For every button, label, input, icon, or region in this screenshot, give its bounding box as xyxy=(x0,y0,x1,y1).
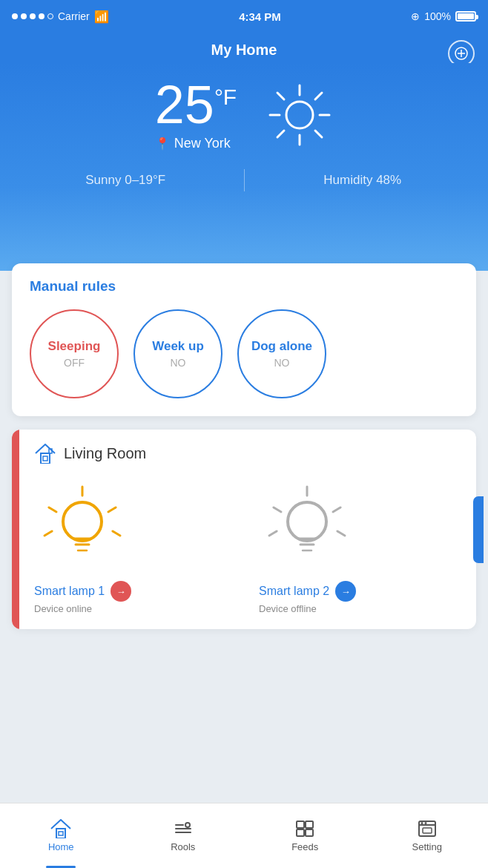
arrow-right2-icon: → xyxy=(341,586,351,597)
nav-item-home[interactable]: Home xyxy=(0,803,122,868)
device2-status: Device offline xyxy=(259,603,356,614)
svg-rect-42 xyxy=(306,829,313,836)
nav-item-setting[interactable]: Setting xyxy=(366,803,489,868)
rule-weekup-name: Week up xyxy=(152,339,204,354)
rule-sleeping-button[interactable]: Sleeping OFF xyxy=(30,309,119,398)
weather-temp-block: 25°F 📍 New York xyxy=(155,78,237,151)
signal-dots xyxy=(12,13,53,19)
svg-point-11 xyxy=(286,102,313,128)
next-room-stub xyxy=(473,496,484,563)
svg-line-8 xyxy=(315,131,322,137)
svg-rect-40 xyxy=(306,821,313,828)
device-lamp1: Smart lamp 1 → Device online xyxy=(34,477,237,614)
rule-dogalone-name: Dog alone xyxy=(251,339,312,354)
header: My Home xyxy=(0,33,488,63)
svg-line-19 xyxy=(113,531,120,536)
device1-name: Smart lamp 1 xyxy=(34,585,105,598)
room-header: Living Room xyxy=(34,443,461,464)
devices-grid: Smart lamp 1 → Device online xyxy=(34,477,461,614)
lamp1-svg xyxy=(42,481,123,570)
room-accent-bar xyxy=(12,430,19,629)
device2-arrow-button[interactable]: → xyxy=(335,581,356,602)
feeds-nav-icon xyxy=(294,819,315,838)
svg-line-25 xyxy=(274,507,281,512)
device1-name-row: Smart lamp 1 → xyxy=(34,581,131,602)
nav-item-feeds[interactable]: Feeds xyxy=(244,803,366,868)
setting-nav-icon xyxy=(417,819,438,838)
rule-weekup-button[interactable]: Week up NO xyxy=(133,309,222,398)
svg-point-29 xyxy=(288,502,326,541)
device-lamp2: Smart lamp 2 → Device offline xyxy=(259,477,461,614)
plus-circle-icon xyxy=(455,47,468,60)
rule-sleeping-status: OFF xyxy=(64,357,85,369)
nav-feeds-label: Feeds xyxy=(291,841,318,852)
svg-line-18 xyxy=(44,531,52,536)
weather-humidity: Humidity 48% xyxy=(260,173,466,188)
svg-rect-33 xyxy=(56,829,65,838)
home-nav-icon xyxy=(50,819,71,838)
weather-section: 25°F 📍 New York xyxy=(0,63,488,271)
sun-icon xyxy=(266,82,333,148)
carrier-label: Carrier xyxy=(58,10,90,22)
room-name: Living Room xyxy=(64,445,146,462)
svg-point-46 xyxy=(424,822,426,824)
lamp2-icon xyxy=(259,477,355,573)
svg-point-20 xyxy=(63,502,102,541)
nav-home-label: Home xyxy=(48,841,74,852)
svg-line-28 xyxy=(337,531,345,536)
rules-buttons: Sleeping OFF Week up NO Dog alone NO xyxy=(30,309,458,398)
header-title: My Home xyxy=(211,42,277,58)
weather-divider xyxy=(244,169,245,191)
status-left: Carrier 📶 xyxy=(12,10,109,24)
svg-line-7 xyxy=(277,93,284,99)
device2-name: Smart lamp 2 xyxy=(259,585,329,598)
city-label: New York xyxy=(174,136,231,151)
dot3 xyxy=(30,13,36,19)
rule-sleeping-name: Sleeping xyxy=(48,339,101,354)
dot4 xyxy=(39,13,44,19)
rooms-section: Living Room xyxy=(0,430,488,629)
room-content: Living Room xyxy=(19,430,476,629)
home-room-icon xyxy=(34,443,56,464)
living-room-card: Living Room xyxy=(12,430,476,629)
svg-line-16 xyxy=(49,507,56,512)
location-pin-icon: 📍 xyxy=(155,137,170,151)
status-bar: Carrier 📶 4:34 PM ⊕ 100% xyxy=(0,0,488,33)
battery-label: 100% xyxy=(424,10,451,22)
status-time: 4:34 PM xyxy=(239,10,281,23)
svg-rect-34 xyxy=(59,832,63,835)
device2-name-row: Smart lamp 2 → xyxy=(259,581,356,602)
nav-rools-label: Rools xyxy=(171,841,195,852)
svg-line-26 xyxy=(333,507,340,512)
device1-info: Smart lamp 1 → Device online xyxy=(34,581,131,614)
status-right: ⊕ 100% xyxy=(411,10,476,22)
svg-rect-47 xyxy=(423,828,432,833)
device2-info: Smart lamp 2 → Device offline xyxy=(259,581,356,614)
rule-weekup-status: NO xyxy=(171,357,186,369)
svg-line-10 xyxy=(277,131,284,137)
svg-rect-41 xyxy=(297,829,304,836)
arrow-right-icon: → xyxy=(116,586,126,597)
rule-dogalone-button[interactable]: Dog alone NO xyxy=(237,309,326,398)
device1-status: Device online xyxy=(34,603,131,614)
lamp2-svg xyxy=(266,481,348,570)
dot2 xyxy=(21,13,27,19)
weather-location: 📍 New York xyxy=(155,136,237,151)
svg-line-27 xyxy=(269,531,277,536)
svg-point-38 xyxy=(185,823,190,827)
dot5 xyxy=(47,13,53,19)
weather-condition: Sunny 0–19°F xyxy=(22,173,229,188)
svg-line-17 xyxy=(108,507,116,512)
wifi-icon: 📶 xyxy=(94,10,109,24)
rools-nav-icon xyxy=(173,819,194,838)
svg-rect-12 xyxy=(41,453,50,464)
device1-arrow-button[interactable]: → xyxy=(111,581,131,602)
nav-item-rools[interactable]: Rools xyxy=(122,803,245,868)
svg-line-9 xyxy=(315,93,322,99)
weather-temperature: 25°F xyxy=(155,78,237,131)
weather-details: Sunny 0–19°F Humidity 48% xyxy=(22,169,466,191)
lock-icon: ⊕ xyxy=(411,10,420,22)
nav-setting-label: Setting xyxy=(412,841,442,852)
sun-svg xyxy=(266,82,333,148)
svg-point-45 xyxy=(421,822,423,824)
